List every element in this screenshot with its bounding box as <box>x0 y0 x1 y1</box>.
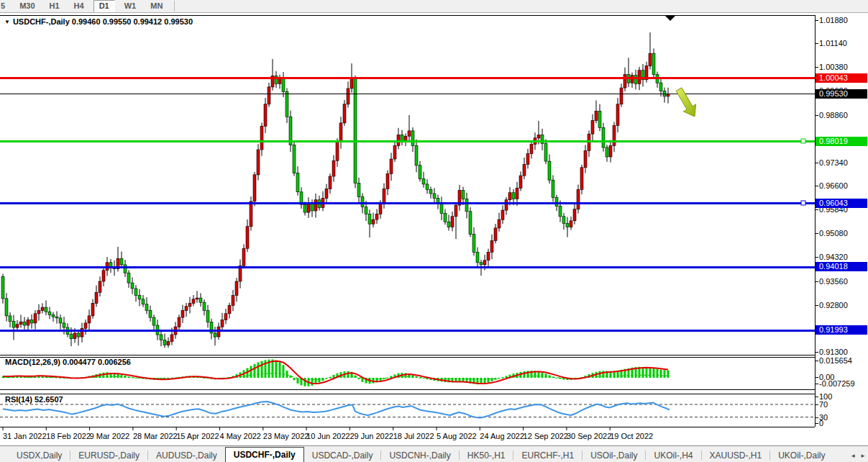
macd-histogram-bar <box>412 375 414 378</box>
candle-body <box>188 304 191 307</box>
candle-body <box>63 323 65 327</box>
date-axis-label: 29 Jun 2022 <box>350 432 393 440</box>
macd-histogram-bar <box>358 378 360 379</box>
macd-histogram-bar <box>257 363 260 378</box>
candle-body <box>30 320 33 323</box>
candle-body <box>505 200 508 210</box>
price-axis-label: 0.93560 <box>819 277 848 286</box>
price-axis-label: 0.92800 <box>819 301 848 310</box>
chart-tab-bar: USDX,DailyEURUSD-,DailyAUDUSD-,DailyUSDC… <box>0 445 868 462</box>
candle-body <box>293 145 296 173</box>
date-axis-label: 9 Mar 2022 <box>90 432 130 440</box>
rsi-axis-label: 70 <box>819 400 828 409</box>
candle-body <box>490 240 493 252</box>
macd-histogram-bar <box>286 371 288 378</box>
candle-body <box>566 223 569 227</box>
tab-usoil-daily[interactable]: USOil-,Daily <box>583 449 645 462</box>
price-axis-tick <box>815 67 818 68</box>
candle-body <box>192 299 195 304</box>
tab-usdcad-daily[interactable]: USDCAD-,Daily <box>304 449 381 462</box>
macd-histogram-bar <box>491 378 493 381</box>
macd-histogram-bar <box>556 378 558 379</box>
price-axis-label: 0.94320 <box>819 253 848 262</box>
tab-audusd-daily[interactable]: AUDUSD-,Daily <box>148 449 225 462</box>
candle-body <box>616 104 619 126</box>
date-axis-label: 4 May 2022 <box>220 432 261 440</box>
candle-body <box>465 199 468 211</box>
tab-usdx-daily[interactable]: USDX,Daily <box>9 449 70 462</box>
price-axis-tick <box>815 43 818 44</box>
tab-usdchf-daily[interactable]: USDCHF-,Daily <box>225 447 304 462</box>
candle-body <box>541 135 544 144</box>
candle-body <box>95 292 98 303</box>
macd-histogram-bar <box>347 371 350 378</box>
macd-histogram-bar <box>538 371 540 378</box>
candle-body <box>260 126 263 150</box>
price-axis-tick <box>815 305 818 306</box>
candle-body <box>181 311 184 318</box>
candle-body <box>368 214 371 224</box>
tab-ukoil-h4[interactable]: UKOil-,H4 <box>646 449 700 462</box>
rsi-axis-tick <box>815 423 818 424</box>
candle-body <box>512 193 515 199</box>
chart-menu-triangle-icon[interactable]: ▼ <box>4 19 10 25</box>
tab-eurchf-h1[interactable]: EURCHF-,H1 <box>513 449 582 462</box>
candle-body <box>379 203 382 214</box>
tab-ukoil-daily[interactable]: UKOil-,Daily <box>770 449 833 462</box>
candle-body <box>357 184 360 197</box>
tab-scroll-left-icon[interactable]: ◄ <box>850 453 856 459</box>
date-axis-label: 18 Feb 2022 <box>46 432 91 440</box>
tab-hk50-h1[interactable]: HK50-,H1 <box>460 449 513 462</box>
candle-body <box>120 258 123 265</box>
candle-body <box>170 335 173 342</box>
tab-xauusd-h1[interactable]: XAUUSD-,H1 <box>702 449 770 462</box>
candle-body <box>214 333 216 337</box>
candle-body <box>102 271 105 281</box>
candle-body <box>659 83 662 91</box>
candle-body <box>347 89 350 104</box>
candle-body <box>70 335 73 339</box>
price-axis-tick <box>815 257 818 258</box>
line-handle-icon[interactable] <box>801 201 805 205</box>
candle-body <box>264 104 267 127</box>
tab-usdcnh-daily[interactable]: USDCNH-,Daily <box>381 449 458 462</box>
candle-body <box>483 261 486 265</box>
price-axis-label: 1.01880 <box>819 16 848 25</box>
price-axis-label: 0.95080 <box>819 229 848 238</box>
price-level-badge-0.99530: 0.99530 <box>816 89 867 99</box>
candle-body <box>282 78 285 92</box>
candle-body <box>580 168 583 189</box>
candle-body <box>145 304 148 311</box>
candle-body <box>440 203 443 213</box>
date-axis-label: 18 Jul 2022 <box>393 432 434 440</box>
candle-body <box>336 142 339 160</box>
tab-eurusd-daily[interactable]: EURUSD-,Daily <box>70 449 147 462</box>
price-axis-tick <box>815 352 818 353</box>
mt4-window: 5M30H1H4D1W1MN 1.018801.011401.003800.99… <box>0 0 868 462</box>
price-axis-label: 0.97340 <box>819 158 848 168</box>
candle-body <box>419 166 421 179</box>
sell-arrow-icon[interactable] <box>676 88 696 117</box>
macd-histogram-bar <box>261 361 263 378</box>
candle-body <box>45 307 47 312</box>
candle-body <box>609 145 612 157</box>
candle-body <box>221 320 224 327</box>
candle-body <box>178 317 181 327</box>
candle-body <box>591 120 594 134</box>
candle-body <box>196 298 198 299</box>
candle-body <box>303 204 306 212</box>
candle-body <box>526 154 529 165</box>
macd-histogram-bar <box>657 369 659 378</box>
candle-body <box>332 160 335 176</box>
rsi-axis-label: 0 <box>819 419 823 428</box>
tab-scroll-right-icon[interactable]: ► <box>860 453 866 459</box>
candle-body <box>354 78 357 184</box>
candle-body <box>55 317 58 318</box>
date-axis-label: 24 Aug 2022 <box>480 432 524 440</box>
candle-body <box>48 312 51 314</box>
candle-body <box>372 219 375 224</box>
candle-body <box>472 235 475 253</box>
line-handle-icon[interactable] <box>801 139 805 143</box>
candle-body <box>386 174 389 189</box>
candle-body <box>217 327 220 337</box>
